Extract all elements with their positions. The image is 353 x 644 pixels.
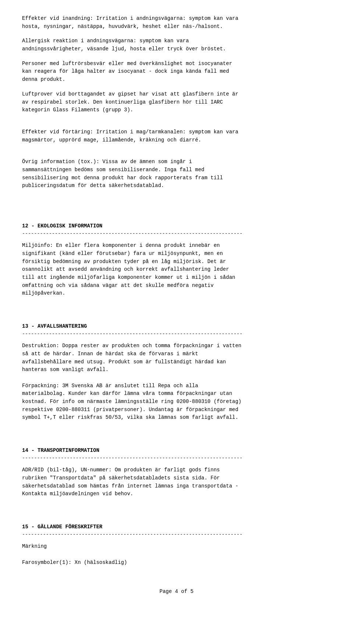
section-14-header: 14 - TRANSPORTINFORMATION — [22, 447, 331, 455]
section-12-divider: ----------------------------------------… — [22, 231, 331, 236]
page-footer: Page 4 of 5 — [22, 589, 331, 594]
section-12-body: Miljöinfo: En eller flera komponenter i … — [22, 242, 331, 298]
section-15-divider: ----------------------------------------… — [22, 532, 331, 537]
spacer-4 — [22, 204, 331, 211]
section-15-body: Märkning Farosymboler(1): Xn (hälsoskadl… — [22, 543, 331, 566]
spacer-2 — [22, 151, 331, 158]
spacer-7 — [22, 505, 331, 512]
section-14-divider: ----------------------------------------… — [22, 456, 331, 461]
paragraph-fortaring: Effekter vid förtäring: Irritation i mag… — [22, 128, 331, 144]
paragraph-ovrig: Övrig information (tox.): Vissa av de äm… — [22, 158, 331, 190]
spacer-3 — [22, 197, 331, 204]
paragraph-allergisk: Allergisk reaktion i andningsvägarna: sy… — [22, 37, 331, 53]
paragraph-inandning: Effekter vid inandning: Irritation i and… — [22, 15, 331, 30]
paragraph-luftprover: Luftprover vid borttagandet av gipset ha… — [22, 90, 331, 114]
section-13-divider: ----------------------------------------… — [22, 331, 331, 337]
spacer-6 — [22, 428, 331, 436]
section-14-body: ADR/RID (bil-tåg), UN-nummer: Om produkt… — [22, 466, 331, 498]
page-number: Page 4 of 5 — [160, 589, 193, 594]
section-15-header: 15 - GÄLLANDE FÖRESKRIFTER — [22, 523, 331, 531]
section-13-header: 13 - AVFALLSHANTERING — [22, 323, 331, 331]
spacer-5 — [22, 304, 331, 312]
content-area: Effekter vid inandning: Irritation i and… — [22, 15, 331, 594]
section-12-header: 12 - EKOLOGISK INFORMATION — [22, 222, 331, 230]
paragraph-personer: Personer med luftrörsbesvär eller med öv… — [22, 60, 331, 84]
section-13-body: Destruktion: Doppa rester av produkten o… — [22, 342, 331, 422]
spacer-1 — [22, 121, 331, 128]
